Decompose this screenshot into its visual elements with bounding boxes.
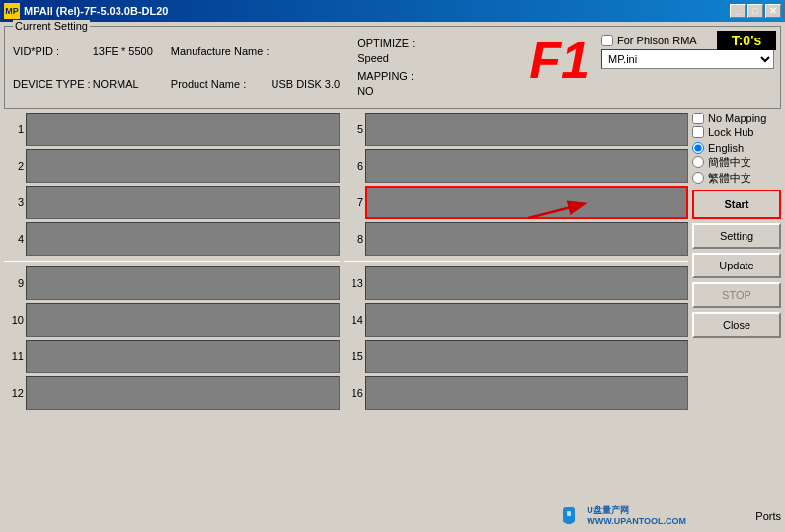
slot-11: 11 <box>4 340 340 373</box>
lock-hub-checkbox[interactable] <box>692 126 704 138</box>
slot-4: 4 <box>4 222 340 256</box>
slot-bar-4 <box>26 222 340 256</box>
slot-6: 6 <box>344 149 688 183</box>
update-button[interactable]: Update <box>692 253 781 278</box>
radio-simplified[interactable] <box>692 156 704 168</box>
slot-bar-3 <box>26 186 340 219</box>
slot-bar-10 <box>26 303 340 337</box>
slot-bar-12 <box>26 376 340 410</box>
slot-bar-2 <box>26 149 340 183</box>
no-mapping-label: No Mapping <box>708 113 766 124</box>
slot-14: 14 <box>344 303 688 337</box>
device-type-label: DEVICE TYPE : <box>13 69 91 100</box>
window-title: MPAll (Rel)-7F-5.03.0B-DL20 <box>24 5 169 17</box>
slot-7: 7 <box>344 186 688 219</box>
app-icon: MP <box>4 3 20 19</box>
svg-rect-4 <box>567 511 571 516</box>
slot-bar-5 <box>365 113 688 146</box>
mapping-text: MAPPING : NO <box>357 69 415 100</box>
timer-display: T:0's <box>717 31 776 50</box>
product-label: Product Name : <box>155 69 270 100</box>
slot-12: 12 <box>4 376 340 410</box>
slot-bar-15 <box>365 340 688 373</box>
slot-9: 9 <box>4 266 340 300</box>
no-mapping-checkbox[interactable] <box>692 113 704 124</box>
slot-16: 16 <box>344 376 688 410</box>
maximize-button[interactable]: □ <box>747 4 763 18</box>
slot-1: 1 <box>4 113 340 146</box>
logo-line1: U盘量产网 <box>587 505 686 517</box>
slot-bar-1 <box>26 113 340 146</box>
manufacture-label: Manufacture Name : <box>155 37 270 67</box>
product-value: USB DISK 3.0 <box>271 69 340 100</box>
slot-3: 3 <box>4 186 340 219</box>
close-window-button[interactable]: ✕ <box>765 4 781 18</box>
slot-bar-14 <box>365 303 688 337</box>
slot-13: 13 <box>344 266 688 300</box>
svg-rect-3 <box>566 519 572 524</box>
logo-line2: WWW.UPANTOOL.COM <box>587 516 686 528</box>
vid-pid-value: 13FE * 5500 <box>93 37 153 67</box>
slot-bar-16 <box>365 376 688 410</box>
slot-bar-11 <box>26 340 340 373</box>
slot-10: 10 <box>4 303 340 337</box>
ports-label: Ports <box>692 510 781 522</box>
optimize-text: OPTIMIZE : Speed <box>357 37 415 67</box>
vid-pid-label: VID*PID : <box>13 37 91 67</box>
slot-bar-9 <box>26 266 340 300</box>
slot-bar-8 <box>365 222 688 256</box>
radio-traditional[interactable] <box>692 172 704 184</box>
slot-5: 5 <box>344 113 688 146</box>
ini-dropdown[interactable]: MP.ini <box>601 49 774 69</box>
stop-button[interactable]: STOP <box>692 282 781 308</box>
slot-8: 8 <box>344 222 688 256</box>
lock-hub-label: Lock Hub <box>708 126 753 138</box>
slot-bar-7 <box>365 186 688 219</box>
radio-english[interactable] <box>692 142 704 154</box>
slot-15: 15 <box>344 340 688 373</box>
f1-display: F1 <box>529 35 589 86</box>
radio-traditional-label: 繁體中文 <box>708 171 751 186</box>
slot-bar-13 <box>365 266 688 300</box>
title-bar: MP MPAll (Rel)-7F-5.03.0B-DL20 _ □ ✕ <box>0 0 785 22</box>
slot-bar-6 <box>365 149 688 183</box>
radio-english-label: English <box>708 142 744 154</box>
logo-area: U盘量产网 WWW.UPANTOOL.COM <box>555 505 686 528</box>
current-setting-group: Current Setting T:0's VID*PID : 13FE * 5… <box>4 26 781 109</box>
checkbox-group: No Mapping Lock Hub <box>692 113 781 138</box>
close-button[interactable]: Close <box>692 312 781 338</box>
start-button[interactable]: Start <box>692 190 781 219</box>
radio-group: English 簡體中文 繁體中文 <box>692 142 781 186</box>
device-type-value: NORMAL <box>93 69 153 100</box>
for-phison-label: For Phison RMA <box>617 35 697 46</box>
for-phison-checkbox[interactable] <box>601 35 613 46</box>
right-panel: No Mapping Lock Hub English 簡體中 <box>692 113 781 522</box>
setting-button[interactable]: Setting <box>692 223 781 249</box>
current-setting-label: Current Setting <box>13 20 90 32</box>
slot-2: 2 <box>4 149 340 183</box>
minimize-button[interactable]: _ <box>730 4 746 18</box>
radio-simplified-label: 簡體中文 <box>708 155 751 170</box>
logo-icon <box>555 505 583 527</box>
